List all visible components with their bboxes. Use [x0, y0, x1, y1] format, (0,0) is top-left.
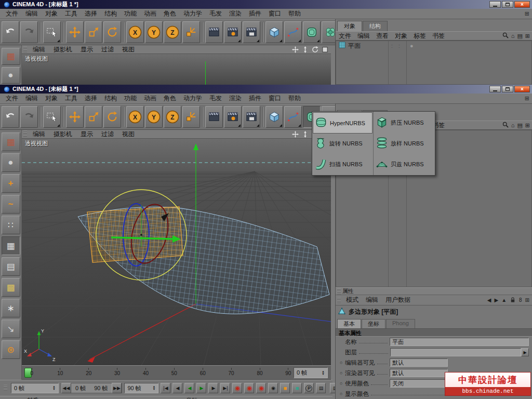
- menu-item[interactable]: 文件: [2, 93, 22, 104]
- editor-visibility-dropdown[interactable]: 默认: [390, 358, 448, 367]
- coordinate-system-button[interactable]: [182, 21, 200, 43]
- timeline-tick[interactable]: 70: [228, 368, 235, 376]
- model-mode-icon[interactable]: ●: [2, 153, 20, 172]
- close-button[interactable]: ×: [514, 86, 530, 92]
- render-active-view-button[interactable]: [224, 21, 242, 43]
- render-settings-button[interactable]: [243, 106, 260, 128]
- visibility-dots[interactable]: :: [391, 43, 393, 49]
- viewport-menu-item[interactable]: 视图: [118, 129, 139, 139]
- coordinate-system-button[interactable]: [182, 106, 200, 128]
- menu-item[interactable]: 插件: [245, 8, 265, 19]
- model-mode-icon[interactable]: ●: [2, 67, 20, 84]
- x-axis-lock-button[interactable]: X: [126, 21, 144, 43]
- render-dots[interactable]: :: [398, 43, 401, 49]
- viewport-menu-item[interactable]: 编辑: [29, 129, 49, 139]
- rotate-view-icon[interactable]: [311, 46, 319, 53]
- record-scale-button[interactable]: ◉: [244, 383, 254, 393]
- menu-item-sweep-nurbs[interactable]: 扫描 NURBS: [313, 154, 373, 175]
- tag-sphere-icon[interactable]: ●: [410, 43, 414, 49]
- menu-item[interactable]: 毛发: [206, 93, 225, 104]
- live-selection-button[interactable]: [43, 106, 61, 128]
- menu-item[interactable]: 工具: [61, 93, 81, 104]
- edges-mode-icon[interactable]: ▤: [2, 257, 20, 276]
- dolly-view-icon[interactable]: [301, 46, 309, 53]
- redo-button[interactable]: [20, 21, 38, 43]
- keying-settings-button[interactable]: ▤: [316, 383, 326, 393]
- attributes-menu-item[interactable]: 模式: [342, 295, 362, 305]
- viewport-menu-item[interactable]: 摄影机: [49, 129, 76, 139]
- search-icon[interactable]: [502, 122, 509, 129]
- object-row[interactable]: 平面 : : ●: [336, 41, 531, 50]
- texture-axis-mode-icon[interactable]: +: [2, 174, 20, 193]
- layout-toggle-icon[interactable]: ⊞: [525, 95, 529, 102]
- lock-icon[interactable]: [510, 297, 516, 304]
- menu-item[interactable]: 对象: [42, 8, 61, 19]
- menu-item-extrude-nurbs[interactable]: 挤压 NURBS: [374, 112, 434, 133]
- menu-item[interactable]: 选择: [81, 8, 101, 19]
- render-view-button[interactable]: [205, 21, 223, 43]
- menu-item[interactable]: 动画: [140, 8, 160, 19]
- drag-grip[interactable]: [4, 385, 7, 391]
- redo-button[interactable]: [20, 106, 38, 128]
- viewport-menu-item[interactable]: 显示: [76, 45, 97, 55]
- timeline-tick[interactable]: 20: [85, 368, 92, 376]
- close-button[interactable]: ×: [514, 1, 530, 8]
- magnet-mode-icon[interactable]: ⊛: [2, 340, 20, 359]
- keyframe-pla-button[interactable]: ■: [292, 383, 302, 393]
- menu-item[interactable]: 工具: [61, 8, 81, 19]
- scale-tool-button[interactable]: [85, 21, 102, 43]
- menu-item-lathe-nurbs[interactable]: 旋转 NURBS: [313, 134, 373, 154]
- timeline-tick[interactable]: 0: [28, 368, 35, 376]
- texture-mode-icon[interactable]: ▩: [2, 278, 20, 297]
- anim-dot[interactable]: ○: [340, 360, 345, 365]
- add-spline-button[interactable]: [284, 106, 302, 128]
- viewport-top[interactable]: 透视视图: [22, 54, 331, 85]
- parent-icon[interactable]: ▲: [501, 297, 507, 303]
- add-nurbs-button[interactable]: [303, 21, 321, 43]
- panel-icon[interactable]: ▤: [517, 122, 522, 129]
- object-manager-menu-item[interactable]: 书签: [429, 31, 448, 41]
- menu-item[interactable]: 毛发: [206, 8, 225, 19]
- detach-icon[interactable]: ⊞: [525, 297, 529, 303]
- timeline-tick[interactable]: 80: [256, 368, 263, 376]
- end-frame-field[interactable]: 90 帧 ▲▼: [124, 383, 158, 393]
- pan-view-icon[interactable]: [291, 46, 299, 53]
- rotate-tool-button[interactable]: [103, 21, 121, 43]
- viewport-3d[interactable]: 透视视图: [22, 139, 331, 365]
- menu-item[interactable]: 角色: [160, 8, 180, 19]
- play-backward-button[interactable]: ◀: [184, 383, 194, 393]
- undo-button[interactable]: [2, 21, 19, 43]
- menu-item-bezier-nurbs[interactable]: 贝兹 NURBS: [374, 154, 434, 175]
- x-axis-lock-button[interactable]: X: [126, 106, 144, 128]
- viewport-menu-item[interactable]: 过滤: [97, 129, 118, 139]
- viewport-menu-item[interactable]: 摄影机: [49, 45, 76, 55]
- pan-view-icon[interactable]: [291, 130, 299, 138]
- anim-dot[interactable]: ○: [340, 381, 345, 386]
- timeline-tick[interactable]: 30: [114, 368, 121, 376]
- drag-grip[interactable]: [337, 288, 341, 295]
- layer-box[interactable]: [390, 348, 521, 356]
- sync-icon[interactable]: 8: [519, 297, 522, 303]
- timeline-ruler[interactable]: 0102030405060708090 0 帧 ▲▼: [22, 365, 331, 380]
- menu-item[interactable]: 动力学: [180, 8, 206, 19]
- y-axis-lock-button[interactable]: Y: [145, 21, 163, 43]
- panel-icon[interactable]: ▤: [517, 33, 522, 39]
- title-bar[interactable]: CINEMA 4D - [未标题 1 *] ×: [0, 0, 532, 9]
- keyframe-selection-button[interactable]: ■: [280, 383, 290, 393]
- menu-item[interactable]: 对象: [42, 93, 61, 104]
- menu-item[interactable]: 渲染: [225, 93, 245, 104]
- render-visibility-dropdown[interactable]: 默认: [390, 369, 448, 377]
- menu-item[interactable]: 结构: [101, 8, 121, 19]
- menu-item[interactable]: 动力学: [180, 93, 206, 104]
- menu-item[interactable]: 功能: [121, 93, 140, 104]
- home-icon[interactable]: ⌂: [511, 122, 515, 128]
- drag-grip[interactable]: [337, 297, 341, 303]
- history-forward-icon[interactable]: ▶: [494, 297, 498, 303]
- render-view-button[interactable]: [205, 106, 223, 128]
- coordinates-panel-label[interactable]: 坐标: [186, 397, 197, 399]
- materials-panel-label[interactable]: 材质: [27, 397, 38, 399]
- next-frame-button[interactable]: ▶: [208, 383, 218, 393]
- object-manager-menu-item[interactable]: 对象: [392, 31, 410, 41]
- record-parameter-button[interactable]: ◉: [268, 383, 278, 393]
- current-frame-field[interactable]: 0 帧 ▲▼: [11, 383, 59, 393]
